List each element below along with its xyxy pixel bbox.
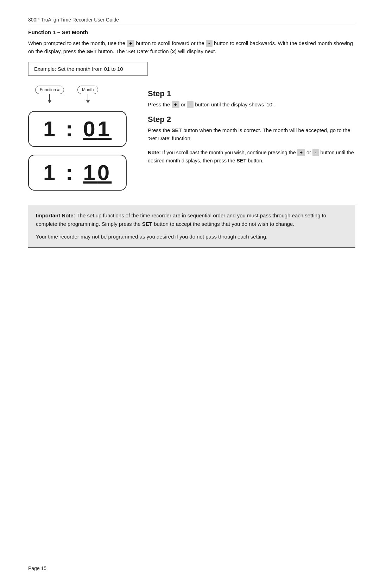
display2-value: 1 xyxy=(83,160,97,185)
step1-text: Press the + or - button until the displa… xyxy=(148,100,355,109)
header-title: 800P TruAlign Time Recorder User Guide xyxy=(28,17,355,25)
bubble-row: Function # Month xyxy=(28,86,98,103)
month-arrow xyxy=(86,100,90,103)
function-bubble-wrapper: Function # xyxy=(35,86,64,103)
step1-plus-btn: + xyxy=(172,101,179,108)
step1-minus-btn: - xyxy=(187,101,194,108)
important-p2: Your time recorder may not be programmed… xyxy=(36,233,348,241)
step1-heading: Step 1 xyxy=(148,89,355,98)
steps-column: Step 1 Press the + or - button until the… xyxy=(148,86,355,165)
function-stem xyxy=(49,94,50,100)
minus-button-inline: - xyxy=(206,40,213,47)
intro-paragraph: When prompted to set the month, use the … xyxy=(28,39,355,56)
display1-value: 0 xyxy=(83,117,97,141)
display-box-1: 1 : 01 xyxy=(28,111,127,147)
must-text: must xyxy=(247,212,259,218)
month-bubble-wrapper: Month xyxy=(77,86,98,103)
example-box: Example: Set the month from 01 to 10 xyxy=(28,62,148,76)
note-minus-btn: - xyxy=(312,149,319,156)
display1-value2: 1 xyxy=(97,117,112,141)
month-bubble: Month xyxy=(77,86,98,94)
important-note-box: Important Note: The set up functions of … xyxy=(28,205,355,248)
month-stem xyxy=(88,94,88,100)
diagram-steps-row: Function # Month 1 : 01 1 : 10 Step xyxy=(28,86,355,191)
section-heading: Function 1 – Set Month xyxy=(28,29,355,36)
plus-button-inline: + xyxy=(127,40,134,47)
step2-text: Press the SET button when the month is c… xyxy=(148,126,355,143)
page-number: Page 15 xyxy=(28,565,46,571)
display-box-2: 1 : 10 xyxy=(28,155,127,191)
note-plus-btn: + xyxy=(297,149,305,156)
function-bubble: Function # xyxy=(35,86,64,94)
note-text: Note: If you scroll past the month you w… xyxy=(148,149,355,165)
function-arrow xyxy=(48,100,51,103)
step2-heading: Step 2 xyxy=(148,115,355,124)
display2-value2: 0 xyxy=(97,160,112,185)
important-p1: Important Note: The set up functions of … xyxy=(36,211,348,228)
diagram-column: Function # Month 1 : 01 1 : 10 xyxy=(28,86,134,191)
callout-container: Function # Month xyxy=(28,86,134,103)
